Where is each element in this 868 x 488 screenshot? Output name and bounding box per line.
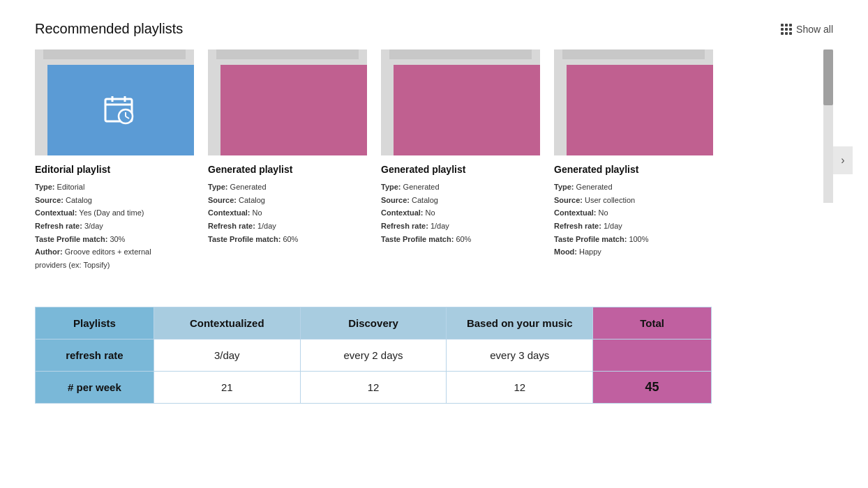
card-meta-0: Type: Editorial Source: Catalog Contextu… bbox=[35, 181, 200, 272]
scroll-track[interactable] bbox=[823, 49, 833, 203]
col-header-based: Based on your music bbox=[447, 307, 593, 339]
card-thumbnail-editorial bbox=[47, 65, 194, 155]
cell-discovery-perweek: 12 bbox=[300, 371, 447, 403]
card-image-editorial bbox=[35, 49, 194, 155]
section-header: Recommended playlists Show all bbox=[35, 21, 833, 37]
card-title-3: Generated playlist bbox=[554, 164, 719, 175]
card-image-1 bbox=[208, 49, 367, 155]
col-header-contextualized: Contextualized bbox=[154, 307, 300, 339]
cell-based-perweek: 12 bbox=[447, 371, 593, 403]
calendar-clock-icon bbox=[103, 92, 139, 128]
col-header-discovery: Discovery bbox=[300, 307, 447, 339]
show-all-link[interactable]: Show all bbox=[781, 24, 833, 35]
card-title-2: Generated playlist bbox=[381, 164, 546, 175]
cell-total-refresh bbox=[593, 339, 712, 371]
cell-contextualized-perweek: 21 bbox=[154, 371, 300, 403]
table-header-row: Playlists Contextualized Discovery Based… bbox=[36, 307, 712, 339]
card-thumbnail-3 bbox=[567, 65, 713, 155]
scroll-thumb[interactable] bbox=[823, 49, 833, 105]
col-header-total: Total bbox=[593, 307, 712, 339]
card-editorial[interactable]: Editorial playlist Type: Editorial Sourc… bbox=[35, 49, 208, 272]
grid-icon bbox=[781, 24, 792, 35]
cell-total-perweek: 45 bbox=[593, 371, 712, 403]
cell-contextualized-refresh: 3/day bbox=[154, 339, 300, 371]
cell-playlists-refresh: refresh rate bbox=[36, 339, 154, 371]
card-thumbnail-1 bbox=[220, 65, 367, 155]
cell-discovery-refresh: every 2 days bbox=[300, 339, 447, 371]
card-generated-1[interactable]: Generated playlist Type: Generated Sourc… bbox=[208, 49, 381, 272]
page-container: Recommended playlists Show all bbox=[0, 0, 868, 425]
show-all-label: Show all bbox=[796, 24, 833, 35]
card-meta-3: Type: Generated Source: User collection … bbox=[554, 181, 719, 259]
card-meta-1: Type: Generated Source: Catalog Contextu… bbox=[208, 181, 373, 245]
cards-row: Editorial playlist Type: Editorial Sourc… bbox=[35, 49, 815, 272]
card-generated-2[interactable]: Generated playlist Type: Generated Sourc… bbox=[381, 49, 554, 272]
card-generated-3[interactable]: Generated playlist Type: Generated Sourc… bbox=[554, 49, 727, 272]
card-meta-2: Type: Generated Source: Catalog Contextu… bbox=[381, 181, 546, 245]
card-image-2 bbox=[381, 49, 540, 155]
card-title-0: Editorial playlist bbox=[35, 164, 200, 175]
scroll-next-arrow[interactable]: › bbox=[833, 146, 853, 174]
cell-based-refresh: every 3 days bbox=[447, 339, 593, 371]
cell-playlists-perweek: # per week bbox=[36, 371, 154, 403]
col-header-playlists: Playlists bbox=[36, 307, 154, 339]
cards-wrapper: Editorial playlist Type: Editorial Sourc… bbox=[35, 49, 833, 272]
table-section: Playlists Contextualized Discovery Based… bbox=[35, 307, 833, 404]
card-title-1: Generated playlist bbox=[208, 164, 373, 175]
table-row-refresh: refresh rate 3/day every 2 days every 3 … bbox=[36, 339, 712, 371]
card-thumbnail-2 bbox=[394, 65, 540, 155]
section-title: Recommended playlists bbox=[35, 21, 183, 37]
table-row-perweek: # per week 21 12 12 45 bbox=[36, 371, 712, 403]
data-table: Playlists Contextualized Discovery Based… bbox=[35, 307, 712, 404]
card-image-3 bbox=[554, 49, 713, 155]
